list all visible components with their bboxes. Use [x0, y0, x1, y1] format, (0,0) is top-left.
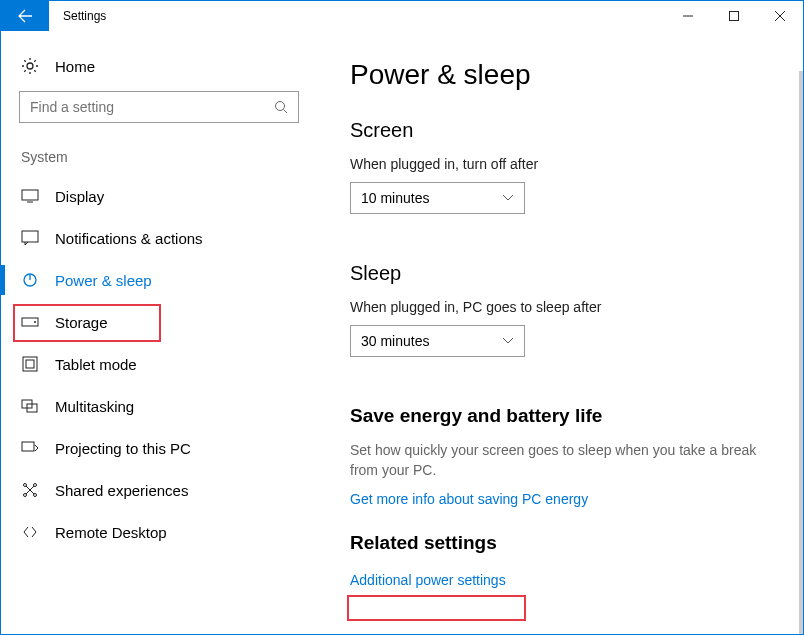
power-icon [21, 271, 39, 289]
svg-point-7 [34, 321, 36, 323]
sleep-after-label: When plugged in, PC goes to sleep after [350, 299, 781, 315]
svg-rect-8 [23, 357, 37, 371]
sidebar-item-projecting[interactable]: Projecting to this PC [19, 427, 316, 469]
section-related-title: Related settings [350, 532, 781, 554]
section-screen-title: Screen [350, 119, 781, 142]
svg-rect-12 [22, 442, 34, 451]
additional-power-settings-link[interactable]: Additional power settings [350, 572, 506, 588]
nav-home-label: Home [55, 58, 95, 75]
screen-off-select[interactable]: 10 minutes [350, 182, 525, 214]
svg-rect-3 [22, 190, 38, 200]
sidebar-item-power-sleep[interactable]: Power & sleep [19, 259, 316, 301]
minimize-icon [682, 10, 694, 22]
nav-home[interactable]: Home [19, 45, 316, 91]
minimize-button[interactable] [665, 1, 711, 31]
sidebar-item-remote-desktop[interactable]: Remote Desktop [19, 511, 316, 553]
display-icon [21, 187, 39, 205]
sidebar-item-label: Shared experiences [55, 482, 188, 499]
storage-icon [21, 313, 39, 331]
sidebar: Home System Display Notifications & acti… [1, 31, 316, 634]
page-title: Power & sleep [350, 59, 781, 91]
main-panel: Power & sleep Screen When plugged in, tu… [316, 31, 803, 634]
search-icon [274, 100, 288, 114]
back-button[interactable] [1, 1, 49, 31]
svg-rect-4 [22, 231, 38, 242]
sidebar-item-storage[interactable]: Storage [19, 301, 316, 343]
maximize-button[interactable] [711, 1, 757, 31]
projecting-icon [21, 439, 39, 457]
save-energy-desc: Set how quickly your screen goes to slee… [350, 441, 770, 480]
sleep-after-value: 30 minutes [361, 333, 429, 349]
sidebar-item-shared-experiences[interactable]: Shared experiences [19, 469, 316, 511]
sidebar-item-label: Projecting to this PC [55, 440, 191, 457]
save-energy-link[interactable]: Get more info about saving PC energy [350, 491, 588, 507]
sidebar-item-label: Power & sleep [55, 272, 152, 289]
maximize-icon [728, 10, 740, 22]
svg-rect-9 [26, 360, 34, 368]
sidebar-item-notifications[interactable]: Notifications & actions [19, 217, 316, 259]
svg-point-2 [276, 102, 285, 111]
notifications-icon [21, 229, 39, 247]
multitasking-icon [21, 397, 39, 415]
sidebar-item-label: Remote Desktop [55, 524, 167, 541]
gear-icon [21, 57, 39, 75]
svg-point-1 [27, 63, 33, 69]
close-icon [774, 10, 786, 22]
section-save-energy-title: Save energy and battery life [350, 405, 781, 427]
sidebar-item-tablet-mode[interactable]: Tablet mode [19, 343, 316, 385]
search-field[interactable] [30, 99, 274, 115]
sidebar-item-label: Tablet mode [55, 356, 137, 373]
sidebar-item-multitasking[interactable]: Multitasking [19, 385, 316, 427]
svg-rect-0 [730, 12, 739, 21]
chevron-down-icon [502, 194, 514, 202]
sidebar-item-label: Storage [55, 314, 108, 331]
remote-desktop-icon [21, 523, 39, 541]
sidebar-item-label: Multitasking [55, 398, 134, 415]
sidebar-item-label: Display [55, 188, 104, 205]
sleep-after-select[interactable]: 30 minutes [350, 325, 525, 357]
screen-off-label: When plugged in, turn off after [350, 156, 781, 172]
window-title: Settings [49, 1, 120, 31]
shared-icon [21, 481, 39, 499]
search-input[interactable] [19, 91, 299, 123]
tablet-icon [21, 355, 39, 373]
close-button[interactable] [757, 1, 803, 31]
section-sleep-title: Sleep [350, 262, 781, 285]
sidebar-group-label: System [19, 149, 316, 175]
sidebar-item-display[interactable]: Display [19, 175, 316, 217]
scrollbar[interactable] [799, 71, 803, 634]
screen-off-value: 10 minutes [361, 190, 429, 206]
sidebar-item-label: Notifications & actions [55, 230, 203, 247]
chevron-down-icon [502, 337, 514, 345]
arrow-left-icon [17, 8, 33, 24]
